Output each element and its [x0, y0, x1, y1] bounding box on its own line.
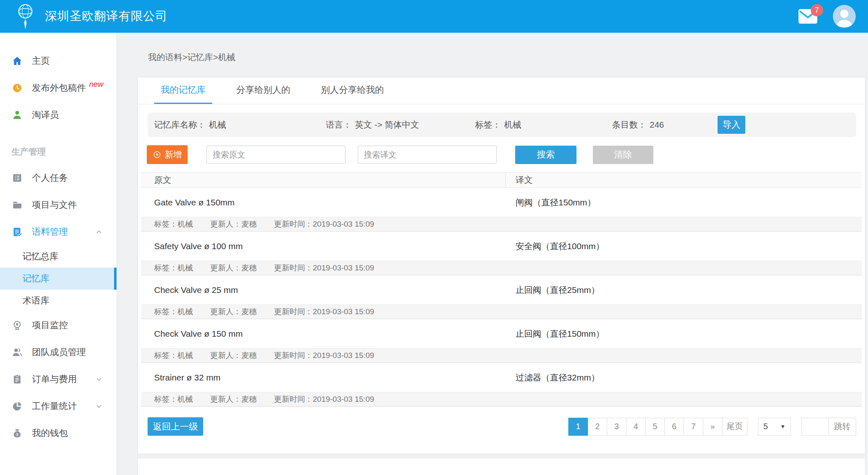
- sidebar-subitem-label: 记忆总库: [22, 250, 58, 263]
- tab-shared-to-me[interactable]: 别人分享给我的: [314, 77, 390, 104]
- table-row[interactable]: Strainer ø 32 mm 过滤器（直径32mm） 标签：机械 更新人：麦…: [141, 363, 862, 407]
- sidebar-item-label: 发布外包稿件: [32, 82, 86, 94]
- dropdown-arrow-icon: ▼: [780, 423, 785, 430]
- page-button-5[interactable]: 5: [645, 418, 665, 436]
- mail-button[interactable]: 7: [798, 9, 817, 24]
- search-toolbar: 新增 搜索 清除: [147, 145, 855, 164]
- new-badge: new: [89, 80, 103, 89]
- jump-button[interactable]: 跳转: [829, 418, 856, 435]
- target-text: 安全阀（直径100mm）: [506, 241, 862, 252]
- meta-time-label: 更新时间：: [274, 351, 313, 360]
- entries-label: 条目数：: [612, 119, 646, 131]
- table-row[interactable]: Check Valve ø 25 mm 止回阀（直径25mm） 标签：机械 更新…: [141, 275, 862, 319]
- next-pages-button[interactable]: »: [703, 418, 722, 436]
- breadcrumb[interactable]: 我的语料>记忆库>机械: [148, 52, 868, 63]
- source-text: Check Valve ø 25 mm: [141, 285, 506, 295]
- meta-tag-value: 机械: [177, 263, 193, 272]
- sidebar-item-label: 项目监控: [32, 319, 68, 331]
- target-text: 止回阀（直径25mm）: [506, 284, 862, 296]
- sidebar-item-label: 工作量统计: [32, 400, 77, 412]
- sidebar-item-wallet[interactable]: $ 我的钱包: [0, 420, 117, 447]
- source-column-header: 原文: [141, 173, 506, 187]
- tab-my-memories[interactable]: 我的记忆库: [154, 77, 212, 104]
- meta-updater-label: 更新人：: [210, 307, 241, 316]
- meta-time-label: 更新时间：: [274, 307, 313, 316]
- back-button[interactable]: 返回上一级: [148, 417, 203, 436]
- meta-tag-value: 机械: [177, 351, 193, 360]
- last-page-button[interactable]: 尾页: [722, 418, 747, 436]
- page-button-7[interactable]: 7: [684, 418, 703, 436]
- target-text: 止回阀（直径150mm）: [506, 328, 862, 340]
- page-button-3[interactable]: 3: [607, 418, 626, 436]
- page-button-2[interactable]: 2: [588, 418, 607, 436]
- wallet-icon: $: [12, 428, 22, 439]
- sidebar-item-orders-fees[interactable]: 订单与费用: [0, 366, 117, 393]
- translator-person-icon: [12, 110, 22, 120]
- memory-name-label: 记忆库名称：: [154, 119, 206, 131]
- meta-updater-value: 麦穗: [241, 351, 257, 360]
- sidebar-item-personal-tasks[interactable]: 个人任务: [0, 164, 117, 191]
- search-button[interactable]: 搜索: [515, 146, 576, 164]
- sidebar-item-home[interactable]: 主页: [0, 47, 117, 74]
- meta-updater-value: 麦穗: [241, 220, 257, 228]
- sidebar-item-workload-stats[interactable]: 工作量统计: [0, 393, 117, 420]
- page-size-select[interactable]: 5 ▼: [758, 418, 791, 436]
- memory-info-bar: 记忆库名称： 机械 语言： 英文 -> 简体中文 标签： 机械 条目数： 246…: [148, 113, 856, 137]
- meta-updater-label: 更新人：: [210, 395, 241, 403]
- sidebar-subitem-tm-master[interactable]: 记忆总库: [0, 245, 117, 268]
- source-text: Check Valve ø 150 mm: [141, 329, 506, 339]
- meta-time-value: 2019-03-03 15:09: [313, 220, 374, 228]
- sidebar-item-projects-files[interactable]: 项目与文件: [0, 191, 117, 218]
- clock-icon: [12, 83, 22, 93]
- sidebar-item-team-members[interactable]: 团队成员管理: [0, 339, 117, 366]
- tab-shared-to-others[interactable]: 分享给别人的: [230, 77, 297, 104]
- add-entry-button[interactable]: 新增: [147, 145, 188, 164]
- source-text: Gate Valve ø 150mm: [141, 198, 506, 207]
- import-button[interactable]: 导入: [718, 116, 745, 134]
- sidebar-section-production: 生产管理: [0, 139, 117, 164]
- main-content: 我的语料>记忆库>机械 我的记忆库 分享给别人的 别人分享给我的 记忆库名称： …: [117, 33, 868, 475]
- page-button-4[interactable]: 4: [626, 418, 646, 436]
- target-column-header: 译文: [506, 173, 862, 187]
- search-source-input[interactable]: [206, 146, 345, 164]
- search-target-input[interactable]: [358, 146, 497, 164]
- add-entry-label: 新增: [165, 149, 182, 160]
- tag-value: 机械: [504, 119, 521, 131]
- sidebar-item-corpus-management[interactable]: 语料管理: [0, 218, 117, 245]
- pagination: 1 2 3 4 5 6 7 » 尾页 5 ▼ 跳转: [569, 418, 856, 436]
- plus-circle-icon: [153, 150, 161, 159]
- sidebar-item-label: 个人任务: [32, 172, 68, 184]
- meta-time-label: 更新时间：: [274, 263, 313, 272]
- sidebar-item-publish-outsourcing[interactable]: 发布外包稿件 new: [0, 74, 117, 101]
- tm-card: 我的记忆库 分享给别人的 别人分享给我的 记忆库名称： 机械 语言： 英文 ->…: [137, 77, 866, 454]
- meta-time-value: 2019-03-03 15:09: [313, 263, 374, 272]
- meta-tag-label: 标签：: [154, 307, 177, 316]
- table-row[interactable]: Safety Valve ø 100 mm 安全阀（直径100mm） 标签：机械…: [141, 232, 862, 275]
- jump-to-page-group: 跳转: [801, 418, 856, 436]
- svg-text:$: $: [16, 432, 18, 437]
- jump-page-input[interactable]: [802, 418, 829, 435]
- sidebar-subitem-label: 术语库: [22, 295, 49, 307]
- sidebar-item-label: 项目与文件: [32, 199, 77, 211]
- clear-button[interactable]: 清除: [593, 146, 653, 164]
- sidebar-item-label: 我的钱包: [32, 427, 68, 439]
- globe-logo-icon: [15, 2, 36, 30]
- meta-tag-value: 机械: [177, 395, 193, 403]
- memory-name-value: 机械: [209, 119, 226, 131]
- sidebar-item-label: 主页: [32, 55, 50, 67]
- user-avatar[interactable]: [833, 5, 856, 28]
- sidebar-subitem-term-library[interactable]: 术语库: [0, 290, 117, 312]
- page-size-value: 5: [763, 422, 768, 431]
- meta-updater-label: 更新人：: [210, 351, 241, 360]
- avatar-person-icon: [833, 5, 856, 28]
- sidebar-item-project-monitor[interactable]: 项目监控: [0, 312, 117, 339]
- sidebar-item-label: 语料管理: [32, 226, 68, 238]
- sidebar-item-translator-market[interactable]: 淘译员: [0, 101, 117, 128]
- page-button-1[interactable]: 1: [568, 418, 588, 436]
- table-row[interactable]: Gate Valve ø 150mm 闸阀（直径150mm） 标签：机械 更新人…: [141, 188, 862, 232]
- page-button-6[interactable]: 6: [664, 418, 684, 436]
- entry-meta-row: 标签：机械 更新人：麦穗 更新时间：2019-03-03 15:09: [141, 217, 862, 232]
- sidebar-subitem-tm-library[interactable]: 记忆库: [0, 268, 117, 290]
- table-row[interactable]: Check Valve ø 150 mm 止回阀（直径150mm） 标签：机械 …: [141, 319, 862, 363]
- sidebar-item-label: 团队成员管理: [32, 346, 86, 358]
